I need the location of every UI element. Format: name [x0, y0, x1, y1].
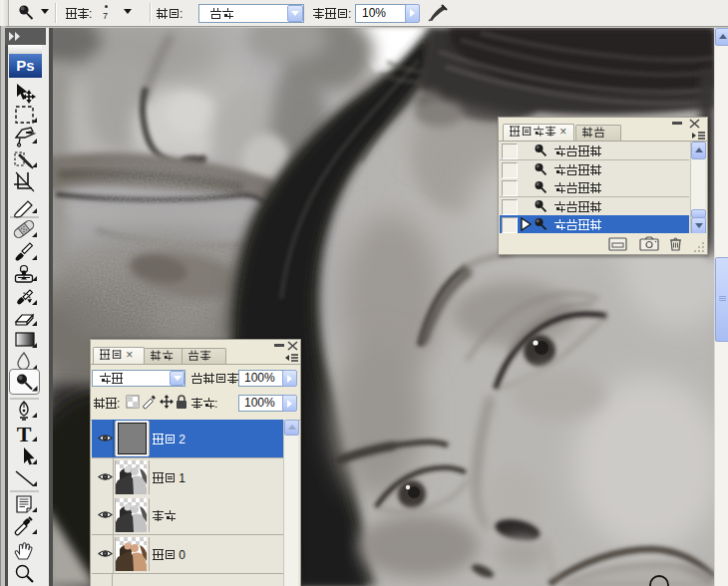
svg-text:T: T — [17, 422, 32, 446]
